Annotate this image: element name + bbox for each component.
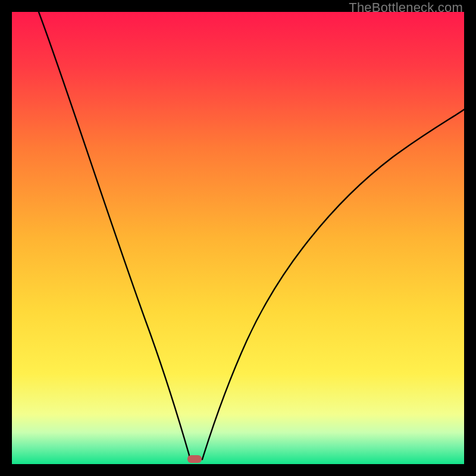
bottleneck-chart [12, 12, 464, 464]
gradient-background [12, 12, 464, 464]
watermark-text: TheBottleneck.com [349, 0, 463, 15]
optimal-marker [187, 455, 202, 463]
chart-frame [12, 12, 464, 464]
